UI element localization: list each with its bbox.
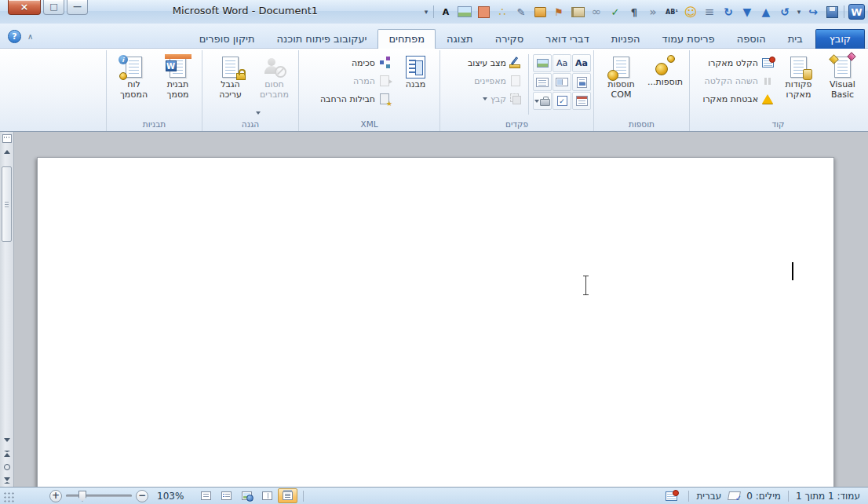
tab-references[interactable]: הפניות (600, 29, 651, 49)
undo-icon[interactable]: ↺ (775, 3, 794, 20)
save-icon[interactable] (822, 3, 841, 20)
package-icon[interactable] (531, 3, 549, 20)
document-page[interactable] (37, 157, 834, 487)
tab-page-layout[interactable]: פריסת עמוד (651, 29, 726, 49)
view-outline-button[interactable] (217, 488, 236, 503)
macro-security-button[interactable]: אבטחת מאקרו (692, 91, 776, 107)
view-draft-button[interactable] (196, 488, 216, 503)
visual-basic-button[interactable]: Visual Basic (821, 52, 864, 117)
tab-mailings[interactable]: דברי דואר (534, 29, 600, 49)
rich-text-control-button[interactable]: Aa (572, 54, 591, 72)
block-authors-icon (261, 54, 288, 80)
macros-button[interactable]: פקודות מאקרו (777, 52, 820, 117)
rings-icon[interactable]: ∞ (587, 3, 606, 20)
macro-recording-icon[interactable] (665, 490, 677, 502)
autotext-icon[interactable]: » (644, 3, 662, 20)
picture-control-button[interactable] (533, 54, 552, 72)
scroll-down-button[interactable] (0, 433, 13, 447)
org-chart-icon[interactable]: ∴ (493, 3, 512, 20)
ruler-toggle-button[interactable] (0, 132, 13, 145)
next-page-icon (4, 477, 10, 484)
sync-icon[interactable]: ↻ (719, 3, 738, 20)
tab-insert[interactable]: הוספה (726, 29, 777, 49)
group-label-code: קוד (691, 118, 866, 131)
shape-icon[interactable] (474, 3, 493, 20)
view-print-layout-button[interactable] (278, 488, 297, 503)
zoom-slider-thumb[interactable] (78, 491, 86, 502)
view-fullscreen-reading-button[interactable] (257, 488, 277, 503)
combo-box-icon (556, 78, 568, 86)
restrict-editing-icon (217, 54, 244, 80)
maximize-button[interactable]: □ (43, 0, 64, 15)
xml-structure-button[interactable]: מבנה (394, 52, 437, 117)
zoom-level[interactable]: 103% (157, 491, 184, 502)
font-icon[interactable]: A (436, 3, 455, 20)
com-addins-button[interactable]: תוספות COM (600, 52, 643, 117)
tab-custom-yaakubov[interactable]: יעקובוב פיתוח תוכנה (266, 29, 378, 49)
tab-custom-proofing[interactable]: תיקון סופרים (188, 29, 266, 49)
scrollbar-thumb[interactable] (2, 166, 12, 242)
legacy-tools-button[interactable] (533, 92, 552, 110)
record-macro-button[interactable]: הקלט מאקרו (692, 55, 776, 71)
hyperlink-check-icon[interactable]: ✓ (606, 3, 625, 20)
view-web-layout-button[interactable] (237, 488, 257, 503)
design-mode-button[interactable]: מצב עיצוב (443, 55, 524, 71)
schema-button[interactable]: סכימה (301, 55, 393, 71)
language-indicator[interactable]: עברית (696, 491, 721, 502)
footnote-icon[interactable]: AB¹ (662, 3, 681, 20)
paragraph-marks-icon[interactable]: ¶ (625, 3, 644, 20)
zoom-slider-track[interactable] (66, 495, 132, 497)
document-panel-button[interactable]: i לוח המסמך (112, 52, 155, 117)
move-up-icon[interactable]: ▲ (757, 3, 775, 20)
group-label-addins: תוספות (595, 118, 688, 131)
qat-separator (433, 5, 434, 18)
tab-view[interactable]: תצוגה (436, 29, 484, 49)
help-icon[interactable]: ? (8, 30, 21, 43)
window-title: Microsoft Word - Document1 (98, 0, 392, 22)
expansion-packs-button[interactable]: ★ חבילות הרחבה (301, 91, 393, 107)
redo-icon[interactable]: ↪ (804, 3, 822, 20)
status-separator (788, 491, 789, 502)
collapse-ribbon-icon[interactable]: ∧ (27, 32, 33, 41)
proofing-status-icon[interactable]: ✓ (728, 491, 740, 501)
plain-text-control-button[interactable]: Aa (553, 54, 571, 72)
status-separator (303, 491, 304, 502)
scroll-up-button[interactable] (0, 145, 13, 159)
book-icon[interactable] (568, 3, 587, 20)
tab-home[interactable]: בית (777, 29, 814, 49)
restrict-editing-button[interactable]: הגבל עריכה (209, 52, 252, 117)
picture-icon[interactable] (455, 3, 474, 20)
previous-page-button[interactable] (0, 447, 13, 460)
signpost-icon[interactable]: ⚑ (549, 3, 568, 20)
page-indicator[interactable]: עמוד: 1 מתוך 1 (796, 491, 860, 502)
tab-file[interactable]: קובץ (815, 29, 865, 49)
word-window: × □ — Microsoft Word - Document1 ▾ A ∴ ✎… (0, 0, 868, 504)
combo-box-control-button[interactable] (553, 73, 571, 91)
checkbox-control-button[interactable]: ✓ (553, 92, 571, 110)
status-separator (688, 491, 689, 502)
ribbon-group-xml: מבנה סכימה המרה ★ חבילות הרחבה (298, 50, 439, 131)
resize-grip[interactable] (3, 491, 15, 503)
next-page-button[interactable] (0, 473, 13, 487)
line-spacing-icon[interactable]: ≡ (700, 3, 719, 20)
emoticon-icon[interactable]: ☺ (681, 3, 700, 20)
date-picker-control-button[interactable] (572, 92, 591, 110)
word-count[interactable]: מילים: 0 (746, 491, 781, 502)
tab-review[interactable]: סקירה (484, 29, 534, 49)
customize-qat-icon[interactable]: ▾ (421, 3, 431, 20)
ink-signature-icon[interactable]: ✎ (512, 3, 531, 20)
close-button[interactable]: × (8, 0, 41, 15)
undo-menu-icon[interactable]: ▾ (794, 3, 804, 20)
zoom-out-button[interactable]: − (136, 490, 148, 502)
building-block-control-button[interactable] (572, 73, 591, 91)
select-browse-object-button[interactable] (0, 460, 13, 473)
scrollbar-track[interactable] (2, 159, 12, 433)
dropdown-list-control-button[interactable] (533, 73, 552, 91)
status-right-cluster: עמוד: 1 מתוך 1 מילים: 0 ✓ עברית (655, 490, 866, 502)
minimize-button[interactable]: — (67, 0, 88, 15)
tab-developer[interactable]: מפתחים (377, 29, 436, 49)
document-template-button[interactable]: W תבנית מסמך (156, 52, 199, 117)
addins-button[interactable]: תוספות... (644, 52, 687, 117)
zoom-in-button[interactable]: + (49, 490, 62, 502)
move-down-icon[interactable]: ▼ (738, 3, 757, 20)
